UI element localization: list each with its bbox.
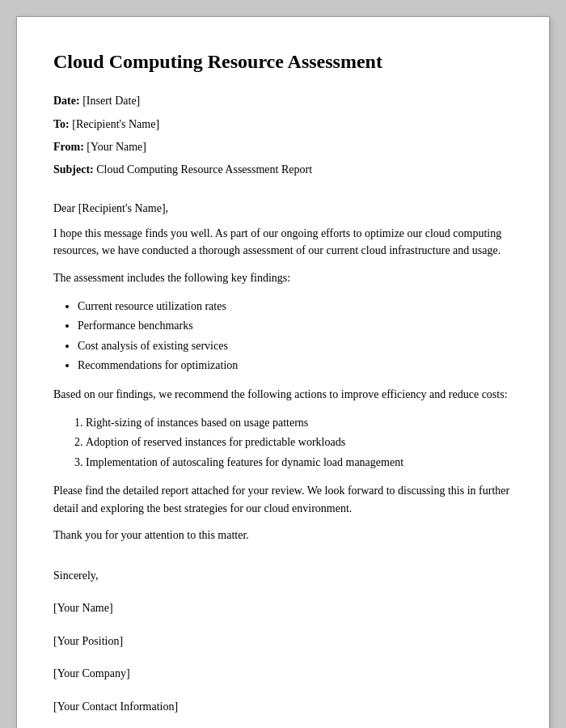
closing-position: [Your Position] xyxy=(53,633,513,650)
closing-block: Sincerely, [Your Name] [Your Position] [… xyxy=(53,567,513,716)
list-item: Current resource utilization rates xyxy=(78,297,513,317)
body-para-1: I hope this message finds you well. As p… xyxy=(53,225,513,260)
from-value: [Your Name] xyxy=(87,141,146,153)
closing-contact: [Your Contact Information] xyxy=(53,698,513,716)
meta-from: From: [Your Name] xyxy=(53,138,513,156)
list-item: Right-sizing of instances based on usage… xyxy=(86,413,513,434)
body-para-5: Thank you for your attention to this mat… xyxy=(53,527,513,544)
list-item: Adoption of reserved instances for predi… xyxy=(86,433,513,453)
meta-subject: Subject: Cloud Computing Resource Assess… xyxy=(53,161,513,179)
to-value: [Recipient's Name] xyxy=(72,118,159,130)
list-item: Recommendations for optimization xyxy=(78,356,513,376)
list-item: Performance benchmarks xyxy=(78,316,513,336)
subject-value: Cloud Computing Resource Assessment Repo… xyxy=(96,163,312,176)
body-para-3: Based on our findings, we recommend the … xyxy=(53,386,513,404)
list-item: Implementation of autoscaling features f… xyxy=(86,453,513,473)
date-value: [Insert Date] xyxy=(82,95,140,107)
subject-label: Subject: xyxy=(53,163,94,176)
body-para-2: The assessment includes the following ke… xyxy=(53,269,513,287)
numbered-list: Right-sizing of instances based on usage… xyxy=(86,413,513,473)
closing-company: [Your Company] xyxy=(53,665,513,683)
greeting-text: Dear [Recipient's Name], xyxy=(53,202,513,215)
document-container: Cloud Computing Resource Assessment Date… xyxy=(16,16,550,728)
closing-name: [Your Name] xyxy=(53,599,513,617)
closing-sincerely: Sincerely, xyxy=(53,567,513,585)
list-item: Cost analysis of existing services xyxy=(78,336,513,357)
date-label: Date: xyxy=(53,95,80,107)
bullet-list: Current resource utilization rates Perfo… xyxy=(78,297,513,376)
from-label: From: xyxy=(53,141,84,153)
document-title: Cloud Computing Resource Assessment xyxy=(53,49,513,74)
to-label: To: xyxy=(53,118,70,130)
meta-to: To: [Recipient's Name] xyxy=(53,116,513,133)
meta-date: Date: [Insert Date] xyxy=(53,92,513,110)
body-para-4: Please find the detailed report attached… xyxy=(53,482,513,517)
